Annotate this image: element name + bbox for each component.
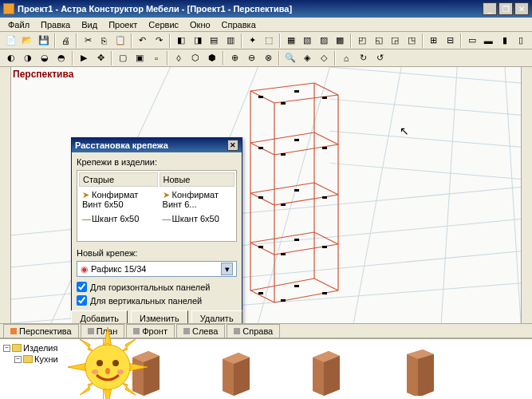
tab-plan[interactable]: План [81, 324, 125, 338]
thumbnail-strip[interactable]: ПК-300x340x700-Д1 ПК-300x345x580-Д1 ПК-3… [104, 339, 532, 399]
tool-icon[interactable]: ▩ [333, 33, 349, 49]
vertical-scrollbar[interactable] [521, 67, 532, 323]
save-icon[interactable]: 💾 [36, 33, 52, 49]
move-icon[interactable]: ✥ [93, 50, 108, 66]
catalog-item[interactable]: ПК-300x340x700-Д1 [112, 348, 178, 400]
tool-icon[interactable]: ✦ [245, 33, 261, 49]
tool-icon[interactable]: ▫ [148, 50, 164, 66]
tool-icon[interactable]: ◳ [404, 33, 420, 49]
maximize-button[interactable]: ❐ [499, 2, 513, 15]
svg-line-35 [314, 232, 338, 244]
tool-icon[interactable]: ◓ [53, 50, 69, 66]
tool-icon[interactable]: ◧ [173, 33, 189, 49]
cut-icon[interactable]: ✂ [80, 33, 96, 49]
tree-node-child: − Кухни [3, 354, 100, 365]
checkbox-horizontal[interactable]: Для горизонтальных панелей [77, 282, 237, 292]
tool-icon[interactable]: ▨ [316, 33, 332, 49]
change-button[interactable]: Изменить [131, 310, 188, 323]
new-fastener-label: Новый крепеж: [77, 248, 237, 258]
menu-window[interactable]: Окно [185, 18, 215, 31]
svg-rect-48 [294, 239, 299, 241]
print-icon[interactable]: 🖨 [58, 33, 74, 49]
tool-icon[interactable]: ⊞ [426, 33, 442, 49]
catalog-item[interactable]: ПК-300x345x580-Д1 [202, 348, 268, 400]
fastener-combo[interactable]: ◉ Рафикс 15/34 ▾ [77, 261, 237, 277]
tab-right[interactable]: Справа [227, 324, 280, 338]
zoom-icon[interactable]: 🔍 [282, 50, 298, 66]
svg-rect-41 [258, 147, 263, 149]
dialog-close-button[interactable]: ✕ [227, 140, 238, 151]
workspace: Перспектива [0, 67, 532, 323]
fasteners-table[interactable]: Старые Новые ➤Конфирмат Винт 6x50 ➤Конфи… [77, 170, 237, 242]
tab-perspective[interactable]: Перспектива [3, 324, 79, 338]
tool-icon[interactable]: ◰ [354, 33, 370, 49]
chevron-down-icon[interactable]: ▾ [221, 263, 233, 275]
menu-edit[interactable]: Правка [36, 18, 75, 31]
new-icon[interactable]: 📄 [3, 33, 19, 49]
select-icon[interactable]: ▶ [76, 50, 92, 66]
tool-icon[interactable]: ◲ [387, 33, 403, 49]
tool-icon[interactable]: ▢ [115, 50, 131, 66]
collapse-icon[interactable]: − [3, 345, 10, 352]
tool-icon[interactable]: ◒ [37, 50, 53, 66]
menu-project[interactable]: Проект [104, 18, 142, 31]
tool-icon[interactable]: ⊟ [442, 33, 458, 49]
catalog-item[interactable]: ПК-300x345x720-Д1 [292, 348, 358, 400]
3d-viewport[interactable]: Перспектива [11, 67, 521, 323]
tool-icon[interactable]: ⬢ [204, 50, 220, 66]
folder-icon [23, 355, 33, 363]
checkbox-vertical[interactable]: Для вертикальных панелей [77, 295, 237, 306]
catalog-tree[interactable]: − Изделия − Кухни [0, 339, 104, 399]
tool-icon[interactable]: ▮ [497, 33, 513, 49]
tool-icon[interactable]: ⊗ [260, 50, 276, 66]
tool-icon[interactable]: ⊕ [227, 50, 242, 66]
tool-icon[interactable]: ◱ [371, 33, 387, 49]
catalog-item[interactable]: ПК-300x345x920-Д1-А [382, 348, 455, 400]
svg-rect-44 [258, 196, 263, 199]
tool-icon[interactable]: ⬚ [261, 33, 277, 49]
tool-icon[interactable]: ▤ [207, 33, 223, 49]
tool-icon[interactable]: ⌂ [338, 50, 354, 66]
svg-rect-39 [294, 90, 299, 93]
menu-service[interactable]: Сервис [144, 18, 183, 31]
menu-view[interactable]: Вид [77, 18, 102, 31]
furniture-wireframe[interactable] [242, 75, 346, 306]
tool-icon[interactable]: ▥ [223, 33, 238, 49]
tool-icon[interactable]: ▦ [283, 33, 299, 49]
open-icon[interactable]: 📂 [20, 33, 36, 49]
tool-icon[interactable]: ◨ [190, 33, 206, 49]
collapse-icon[interactable]: − [14, 356, 22, 363]
tab-left[interactable]: Слева [176, 324, 225, 338]
menu-help[interactable]: Справка [217, 18, 261, 31]
col-old[interactable]: Старые [79, 172, 158, 187]
menu-file[interactable]: Файл [3, 18, 34, 31]
tool-icon[interactable]: ▯ [514, 33, 530, 49]
tool-icon[interactable]: ▣ [132, 50, 148, 66]
tool-icon[interactable]: ▧ [300, 33, 316, 49]
tool-icon[interactable]: ▬ [480, 33, 496, 49]
tool-icon[interactable]: ↻ [355, 50, 371, 66]
tool-icon[interactable]: ⊖ [243, 50, 259, 66]
tool-icon[interactable]: ◈ [299, 50, 315, 66]
paste-icon[interactable]: 📋 [113, 33, 129, 49]
dialog-titlebar[interactable]: Расстановка крепежа ✕ [72, 138, 242, 152]
col-new[interactable]: Новые [160, 172, 234, 187]
tool-icon[interactable]: ◑ [20, 50, 36, 66]
undo-icon[interactable]: ↶ [135, 33, 151, 49]
tool-icon[interactable]: ◇ [316, 50, 332, 66]
copy-icon[interactable]: ⎘ [97, 33, 112, 49]
delete-button[interactable]: Удалить [191, 310, 242, 323]
tool-icon[interactable]: ◊ [171, 50, 187, 66]
minimize-button[interactable]: _ [483, 2, 497, 15]
tool-icon[interactable]: ▭ [464, 33, 480, 49]
close-button[interactable]: ✕ [514, 2, 529, 15]
tool-icon[interactable]: ◐ [3, 50, 19, 66]
svg-rect-57 [281, 299, 286, 302]
svg-line-11 [329, 99, 521, 115]
tool-icon[interactable]: ↺ [372, 50, 388, 66]
tab-front[interactable]: Фронт [126, 324, 175, 338]
add-button[interactable]: Добавить [71, 310, 128, 323]
svg-line-13 [329, 163, 521, 179]
redo-icon[interactable]: ↷ [152, 33, 167, 49]
tool-icon[interactable]: ⬡ [187, 50, 203, 66]
